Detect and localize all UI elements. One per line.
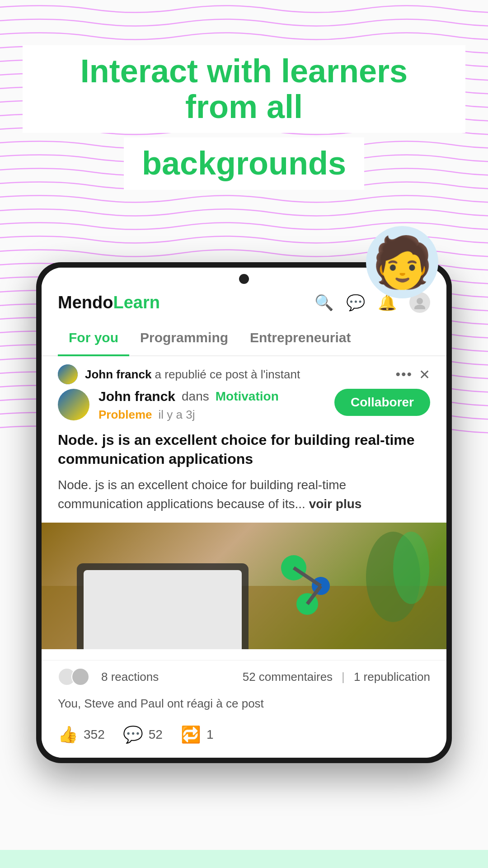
separator: | [342,670,345,684]
reaction-avatar-2 [71,668,89,686]
repost-text: John franck a republié ce post à l'insta… [85,368,388,382]
voir-plus-link[interactable]: voir plus [309,497,362,511]
post-tag: Probleme [99,408,152,422]
app-logo: MendoLearn [58,293,314,312]
reaction-avatars [58,668,85,686]
post-title: Node. js is an excellent choice for buil… [58,431,430,468]
svg-point-2 [414,305,425,309]
post-author-name: John franck [99,389,175,404]
share-icon: 🔁 [181,725,201,744]
tab-for-you[interactable]: For you [58,321,129,356]
svg-point-1 [417,298,423,304]
chat-icon[interactable]: 💬 [346,293,365,311]
post-author-info: John franck dans Motivation Probleme il … [99,389,325,422]
phone-screen: MendoLearn 🔍 💬 🔔 For you [42,268,446,758]
headline-line1: Interact with learners from all [80,53,408,125]
more-options-button[interactable]: ••• [395,367,413,382]
search-icon[interactable]: 🔍 [314,293,333,311]
phone-wrapper: 🧑 MendoLearn 🔍 💬 🔔 [36,262,452,763]
action-bar: 👍 352 💬 52 🔁 1 [42,718,446,758]
headline-line2: backgrounds [142,145,346,181]
react-text-row: You, Steve and Paul ont réagi à ce post [42,693,446,718]
share-count: 1 [206,727,214,742]
tab-programming[interactable]: Programming [129,321,239,356]
logo-mendo: Mendo [58,293,113,312]
headline-box-2: backgrounds [124,137,364,189]
repost-banner: John franck a republié ce post à l'insta… [42,356,446,389]
post-author-row: John franck dans Motivation Probleme il … [58,389,430,422]
react-text: You, Steve and Paul ont réagi à ce post [58,697,264,710]
post-body: Node. js is an excellent choice for buil… [58,476,430,514]
post-image [42,523,446,649]
comment-button[interactable]: 💬 52 [123,725,163,744]
comments-stat: 52 commentaires [243,670,333,684]
post-avatar [58,389,89,420]
close-button[interactable]: ✕ [419,367,430,382]
repost-name: John franck [85,368,151,381]
reactions-row: 8 reactions 52 commentaires | 1 republic… [42,660,446,693]
share-button[interactable]: 🔁 1 [181,725,214,744]
repost-avatar [58,364,78,384]
tabs-bar: For you Programming Entrepreneuriat [42,321,446,356]
post-dans: dans [182,389,209,404]
bottom-strip [0,850,488,868]
repost-action: a republié ce post à l'instant [155,368,300,381]
post-body-text: Node. js is an excellent choice for buil… [58,478,346,511]
like-button[interactable]: 👍 352 [58,725,105,744]
collaborate-button[interactable]: Collaborer [334,389,430,416]
logo-learn: Learn [113,293,160,312]
thumbs-up-icon: 👍 [58,725,78,744]
phone-frame: MendoLearn 🔍 💬 🔔 For you [36,262,452,763]
comment-icon: 💬 [123,725,143,744]
post-time: il y a 3j [159,408,195,422]
reactions-count: 8 reactions [101,670,159,684]
post-category: Motivation [216,389,279,404]
headline-box-1: Interact with learners from all [23,45,465,133]
like-count: 352 [84,727,105,742]
post-meta-row: Probleme il y a 3j [99,408,325,422]
post-author-name-row: John franck dans Motivation [99,389,325,404]
comment-count: 52 [149,727,163,742]
headline-area: Interact with learners from all backgrou… [23,45,465,190]
post-area: John franck a republié ce post à l'insta… [42,356,446,758]
camera-dot [239,274,249,284]
svg-point-12 [393,532,429,604]
tab-entrepreneuriat[interactable]: Entrepreneuriat [239,321,361,356]
repost-actions: ••• ✕ [395,367,430,382]
svg-rect-5 [84,570,242,649]
avatar-circle: 🧑 [366,226,438,298]
repub-stat: 1 republication [354,670,430,684]
post-content: John franck dans Motivation Probleme il … [42,389,446,514]
